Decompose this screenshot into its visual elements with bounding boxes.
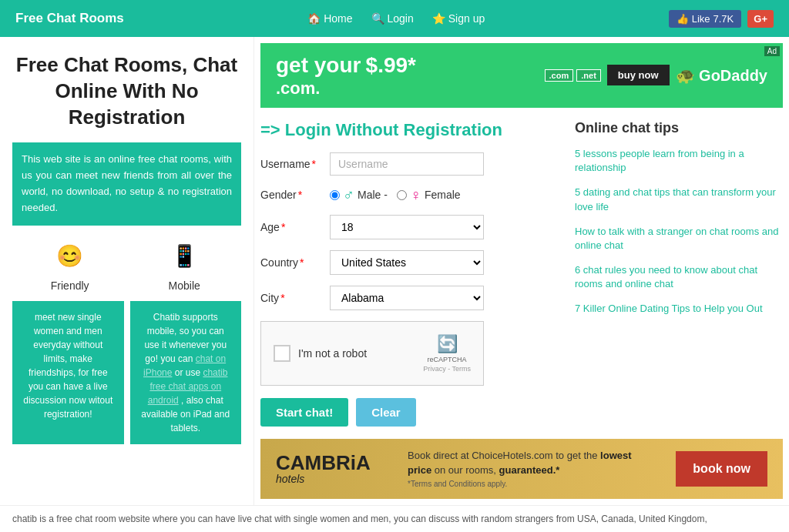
mobile-label: Mobile <box>169 279 200 292</box>
form-buttons: Start chat! Clear <box>260 398 562 427</box>
godaddy-logo: 🐢 GoDaddy <box>676 66 767 85</box>
captcha-box: I'm not a robot 🔄 reCAPTCHA Privacy - Te… <box>260 321 484 386</box>
tip-item-3[interactable]: How to talk with a stranger on chat room… <box>575 225 783 253</box>
star-icon: ⭐ <box>432 12 445 25</box>
age-label: Age* <box>260 221 330 233</box>
mobile-icon: 📱 <box>166 238 203 275</box>
city-select[interactable]: Alabama Alaska Arizona California New Yo… <box>330 286 484 310</box>
male-radio[interactable] <box>330 190 340 200</box>
cambria-hotels-label: hotels <box>276 473 371 485</box>
ad-top-right: .com .net buy now 🐢 GoDaddy <box>545 65 767 85</box>
sidebar: Free Chat Rooms, Chat Online With No Reg… <box>0 37 254 505</box>
female-icon: ♀ <box>410 186 421 204</box>
country-label: Country* <box>260 256 330 269</box>
country-row: Country* United States United Kingdom Ca… <box>260 250 562 275</box>
country-select[interactable]: United States United Kingdom Canada Aust… <box>330 250 484 275</box>
login-panel: => Login Without Registration Username* … <box>260 114 562 433</box>
required-star: * <box>312 158 316 170</box>
male-icon: ♂ <box>343 186 354 204</box>
captcha-checkbox[interactable] <box>274 345 290 362</box>
gender-label: Gender* <box>260 189 330 201</box>
gplus-button[interactable]: G+ <box>747 10 774 28</box>
male-option[interactable]: ♂ Male - <box>330 186 388 204</box>
tip-item-2[interactable]: 5 dating and chat tips that can transfor… <box>575 186 783 213</box>
username-input[interactable] <box>330 152 484 176</box>
tips-panel: Online chat tips 5 lessons people learn … <box>575 114 783 433</box>
captcha-links: Privacy - Terms <box>423 365 471 373</box>
recaptcha-icon: 🔄 <box>437 334 458 354</box>
feature-box-right: Chatib supports mobile, so you can use i… <box>130 301 242 444</box>
ad-bottom-text: Book direct at ChoiceHotels.com to get t… <box>408 448 639 490</box>
cambria-brand: CAMBRiA hotels <box>276 453 371 485</box>
clear-button[interactable]: Clear <box>356 398 416 427</box>
tip-item-1[interactable]: 5 lessons people learn from being in a r… <box>575 147 783 175</box>
feature-friendly: 😊 Friendly <box>51 238 89 292</box>
social-buttons: 👍 Like 7.7K G+ <box>669 10 774 28</box>
login-heading: => Login Without Registration <box>260 120 562 140</box>
godaddy-icon: 🐢 <box>676 67 695 84</box>
home-icon: 🏠 <box>307 12 321 25</box>
feature-mobile: 📱 Mobile <box>166 238 203 292</box>
female-radio[interactable] <box>397 190 407 200</box>
sidebar-description: This web site is an online free chat roo… <box>12 142 241 225</box>
captcha-label: I'm not a robot <box>298 347 367 360</box>
content-body: => Login Without Registration Username* … <box>254 108 789 439</box>
tip-item-4[interactable]: 6 chat rules you need to know about chat… <box>575 263 783 291</box>
footer: chatib is a free chat room website where… <box>0 505 789 532</box>
ad-banner-top: get your $.99* .com. .com .net buy now 🐢… <box>260 43 783 108</box>
nav-home[interactable]: 🏠 Home <box>307 12 352 25</box>
start-chat-button[interactable]: Start chat! <box>260 398 348 427</box>
age-row: Age* 18192021 22232425 <box>260 215 562 239</box>
recaptcha-brand: reCAPTCHA <box>428 356 467 363</box>
footer-text: chatib is a free chat room website where… <box>12 514 707 524</box>
main-content: get your $.99* .com. .com .net buy now 🐢… <box>254 37 789 505</box>
gender-options: ♂ Male - ♀ Female <box>330 186 461 204</box>
com-tag: .com <box>545 69 574 82</box>
tips-heading: Online chat tips <box>575 120 783 136</box>
tip-item-5[interactable]: 7 Killer Online Dating Tips to Help you … <box>575 302 783 316</box>
smiley-icon: 😊 <box>52 238 89 275</box>
header: Free Chat Rooms 🏠 Home 🔍 Login ⭐ Sign up… <box>0 0 789 37</box>
age-select[interactable]: 18192021 22232425 <box>330 215 484 239</box>
friendly-label: Friendly <box>51 279 89 292</box>
main-layout: Free Chat Rooms, Chat Online With No Reg… <box>0 37 789 505</box>
female-option[interactable]: ♀ Female <box>397 186 461 204</box>
search-icon: 🔍 <box>371 12 384 25</box>
cambria-logo: CAMBRiA <box>276 453 371 473</box>
brand-logo: Free Chat Rooms <box>15 11 124 26</box>
captcha-right: 🔄 reCAPTCHA Privacy - Terms <box>423 334 471 373</box>
gender-row: Gender* ♂ Male - ♀ Female <box>260 186 562 204</box>
ad-corner-label: Ad <box>764 46 780 56</box>
book-now-button[interactable]: book now <box>676 451 767 487</box>
fb-icon: 👍 <box>677 13 689 25</box>
city-row: City* Alabama Alaska Arizona California … <box>260 286 562 310</box>
ad-top-text: get your $.99* .com. <box>276 52 416 99</box>
nav-signup[interactable]: ⭐ Sign up <box>432 12 485 25</box>
ext-tags: .com .net <box>545 69 601 82</box>
main-nav: 🏠 Home 🔍 Login ⭐ Sign up <box>307 12 485 25</box>
nav-login[interactable]: 🔍 Login <box>371 12 414 25</box>
facebook-like-button[interactable]: 👍 Like 7.7K <box>669 10 742 28</box>
ad-terms: *Terms and Conditions apply. <box>408 478 639 490</box>
feature-box-left: meet new single women and men everyday w… <box>12 301 124 444</box>
feature-icons: 😊 Friendly 📱 Mobile <box>12 238 241 292</box>
net-tag: .net <box>576 69 601 82</box>
sidebar-heading: Free Chat Rooms, Chat Online With No Reg… <box>12 52 241 130</box>
username-label: Username* <box>260 158 330 170</box>
username-row: Username* <box>260 152 562 176</box>
buy-now-button[interactable]: buy now <box>607 65 670 85</box>
city-label: City* <box>260 292 330 304</box>
captcha-left: I'm not a robot <box>274 345 367 362</box>
feature-boxes: meet new single women and men everyday w… <box>12 301 241 444</box>
ad-banner-bottom: CAMBRiA hotels Book direct at ChoiceHote… <box>260 439 783 499</box>
